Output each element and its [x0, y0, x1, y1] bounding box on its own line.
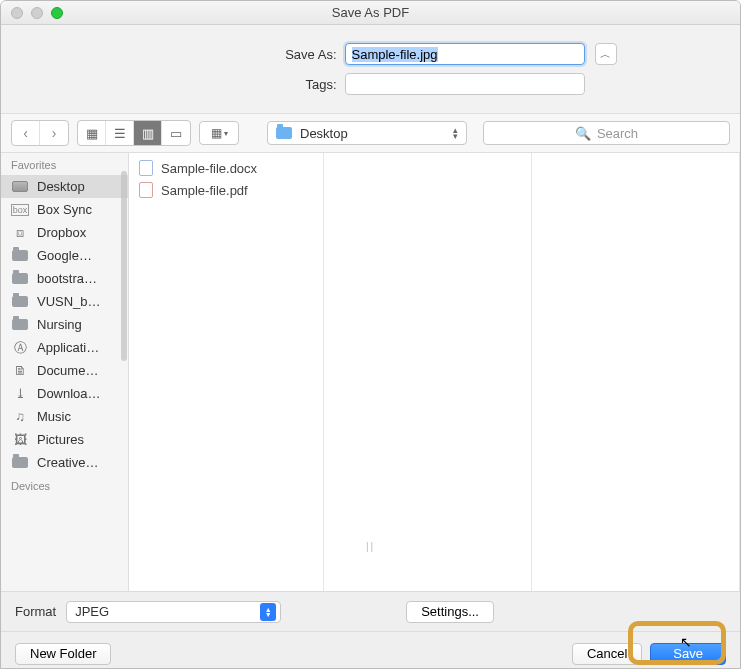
search-field[interactable]: 🔍 Search	[483, 121, 730, 145]
close-window-button[interactable]	[11, 7, 23, 19]
columns-icon: ▥	[142, 126, 154, 141]
titlebar: Save As PDF	[1, 1, 740, 25]
sidebar-item[interactable]: ⤓Downloa…	[1, 382, 128, 405]
chevron-up-icon: ︿	[600, 47, 611, 62]
sidebar-item-label: Nursing	[37, 317, 82, 332]
docx-file-icon	[139, 160, 153, 176]
sidebar-item-label: VUSN_b…	[37, 294, 101, 309]
file-column-3	[532, 153, 740, 591]
music-icon: ♫	[11, 410, 29, 424]
browser-toolbar: ‹ › ▦ ☰ ▥ ▭ ▦▾ Desktop ▴▾ 🔍 Search	[1, 113, 740, 153]
sidebar-item[interactable]: Nursing	[1, 313, 128, 336]
sidebar-item[interactable]: 🗎Docume…	[1, 359, 128, 382]
applications-icon: Ⓐ	[11, 341, 29, 355]
sidebar-item[interactable]: ⒶApplicati…	[1, 336, 128, 359]
sidebar: Favorites DesktopboxBox Sync⧈DropboxGoog…	[1, 153, 129, 591]
file-name: Sample-file.docx	[161, 161, 257, 176]
bottom-bar: New Folder Cancel Save	[1, 631, 740, 669]
sidebar-item-label: Downloa…	[37, 386, 101, 401]
sidebar-item[interactable]: ⧈Dropbox	[1, 221, 128, 244]
sidebar-item-label: Creative…	[37, 455, 98, 470]
updown-icon: ▲▼	[260, 603, 276, 621]
folder-icon	[11, 272, 29, 286]
favorites-header: Favorites	[1, 153, 128, 175]
saveas-label: Save As:	[125, 47, 345, 62]
pdf-file-icon	[139, 182, 153, 198]
folder-icon	[11, 249, 29, 263]
group-icon: ▦	[211, 126, 222, 140]
sidebar-scrollbar[interactable]	[121, 171, 127, 361]
save-dialog: Save As PDF Save As: ︿ Tags: ‹ › ▦ ☰ ▥ ▭…	[0, 0, 741, 669]
sidebar-item[interactable]: ♫Music	[1, 405, 128, 428]
folder-icon	[11, 456, 29, 470]
zoom-window-button[interactable]	[51, 7, 63, 19]
nav-back-forward: ‹ ›	[11, 120, 69, 146]
devices-header: Devices	[1, 474, 128, 496]
column-view-button[interactable]: ▥	[134, 121, 162, 145]
sidebar-item-label: Google…	[37, 248, 92, 263]
save-button[interactable]: Save	[650, 643, 726, 665]
sidebar-item-label: Desktop	[37, 179, 85, 194]
new-folder-button[interactable]: New Folder	[15, 643, 111, 665]
sidebar-item-label: bootstra…	[37, 271, 97, 286]
file-column-2	[324, 153, 532, 591]
sidebar-item-label: Applicati…	[37, 340, 99, 355]
folder-icon	[276, 127, 292, 139]
file-item[interactable]: Sample-file.pdf	[129, 179, 323, 201]
dropbox-icon: ⧈	[11, 226, 29, 240]
list-icon: ☰	[114, 126, 126, 141]
icon-view-button[interactable]: ▦	[78, 121, 106, 145]
coverflow-view-button[interactable]: ▭	[162, 121, 190, 145]
settings-button[interactable]: Settings...	[406, 601, 494, 623]
location-popup[interactable]: Desktop ▴▾	[267, 121, 467, 145]
list-view-button[interactable]: ☰	[106, 121, 134, 145]
desktop-icon	[11, 180, 29, 194]
sidebar-item-label: Docume…	[37, 363, 98, 378]
search-icon: 🔍	[575, 126, 591, 141]
format-bar: Format JPEG ▲▼ Settings...	[1, 591, 740, 631]
location-label: Desktop	[300, 126, 348, 141]
folder-icon	[11, 295, 29, 309]
minimize-window-button[interactable]	[31, 7, 43, 19]
sidebar-item[interactable]: bootstra…	[1, 267, 128, 290]
sidebar-item[interactable]: Desktop	[1, 175, 128, 198]
window-title: Save As PDF	[1, 5, 740, 20]
back-button[interactable]: ‹	[12, 121, 40, 145]
sidebar-item-label: Pictures	[37, 432, 84, 447]
updown-icon: ▴▾	[453, 127, 458, 139]
cancel-button[interactable]: Cancel	[572, 643, 642, 665]
box-icon: box	[11, 203, 29, 217]
sidebar-item-label: Box Sync	[37, 202, 92, 217]
saveas-input[interactable]	[345, 43, 585, 65]
file-column-1: Sample-file.docxSample-file.pdf	[129, 153, 324, 591]
tags-input[interactable]	[345, 73, 585, 95]
sidebar-item[interactable]: Google…	[1, 244, 128, 267]
group-by-button[interactable]: ▦▾	[199, 121, 239, 145]
sidebar-item-label: Dropbox	[37, 225, 86, 240]
window-controls	[11, 7, 63, 19]
sidebar-item[interactable]: boxBox Sync	[1, 198, 128, 221]
file-item[interactable]: Sample-file.docx	[129, 157, 323, 179]
pictures-icon: 🖼	[11, 433, 29, 447]
forward-button[interactable]: ›	[40, 121, 68, 145]
gallery-icon: ▭	[170, 126, 182, 141]
sidebar-item[interactable]: Creative…	[1, 451, 128, 474]
grid-icon: ▦	[86, 126, 98, 141]
documents-icon: 🗎	[11, 364, 29, 378]
file-name: Sample-file.pdf	[161, 183, 248, 198]
format-label: Format	[15, 604, 56, 619]
save-form: Save As: ︿ Tags:	[1, 25, 740, 113]
tags-label: Tags:	[125, 77, 345, 92]
sidebar-item[interactable]: VUSN_b…	[1, 290, 128, 313]
view-mode-group: ▦ ☰ ▥ ▭	[77, 120, 191, 146]
downloads-icon: ⤓	[11, 387, 29, 401]
folder-icon	[11, 318, 29, 332]
chevron-down-icon: ▾	[224, 129, 228, 138]
sidebar-item[interactable]: 🖼Pictures	[1, 428, 128, 451]
collapse-toggle-button[interactable]: ︿	[595, 43, 617, 65]
format-combo[interactable]: JPEG ▲▼	[66, 601, 281, 623]
column-resize-handle[interactable]: ||	[366, 541, 375, 552]
sidebar-item-label: Music	[37, 409, 71, 424]
file-browser: Favorites DesktopboxBox Sync⧈DropboxGoog…	[1, 153, 740, 591]
chevron-right-icon: ›	[52, 125, 57, 141]
